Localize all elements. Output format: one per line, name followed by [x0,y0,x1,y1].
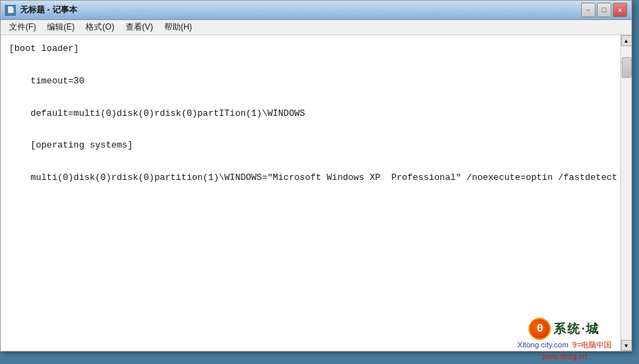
watermark-sub: 9=电脑中国 [573,341,612,349]
text-content[interactable]: [boot loader] timeout=30 default=multi(0… [1,35,620,192]
watermark: 0 系统·城 Xitong city.com 9=电脑中国 www.dnzg.c… [495,323,633,357]
scroll-thumb[interactable] [622,57,631,78]
window-controls: － □ ✕ [581,3,627,17]
watermark-url2-main: www.dnzg.cn [542,350,587,363]
close-button[interactable]: ✕ [613,3,627,17]
watermark-url2: 9=电脑中国 [573,340,612,350]
watermark-url1: Xitong city.com [518,341,569,349]
maximize-button[interactable]: □ [597,3,611,17]
watermark-urls: Xitong city.com 9=电脑中国 [518,340,611,350]
watermark-brand-text: 系统·城 [553,322,600,336]
watermark-brand: 系统·城 [553,321,600,337]
menu-help[interactable]: 帮助(H) [159,20,198,34]
watermark-icon-text: 0 [537,323,544,335]
watermark-dnzg: www.dnzg.cn [542,352,587,361]
menu-bar: 文件(F) 编辑(E) 格式(O) 查看(V) 帮助(H) [1,20,631,35]
watermark-logo: 0 系统·城 [529,318,600,340]
app-icon: 📄 [5,5,16,16]
window-title: 无标题 - 记事本 [20,4,581,16]
app-icon-glyph: 📄 [7,6,14,14]
notepad-window: 📄 无标题 - 记事本 － □ ✕ 文件(F) 编辑(E) 格式(O) 查看(V… [0,0,632,352]
menu-format[interactable]: 格式(O) [80,20,119,34]
vertical-scrollbar[interactable]: ▲ ▼ [620,35,631,351]
menu-edit[interactable]: 编辑(E) [41,20,80,34]
title-bar: 📄 无标题 - 记事本 － □ ✕ [1,1,631,20]
watermark-icon: 0 [529,318,551,340]
minimize-button[interactable]: － [581,3,596,17]
menu-view[interactable]: 查看(V) [120,20,159,34]
editor-area[interactable]: [boot loader] timeout=30 default=multi(0… [1,35,631,351]
menu-file[interactable]: 文件(F) [3,20,41,34]
scroll-up-arrow[interactable]: ▲ [621,35,632,46]
